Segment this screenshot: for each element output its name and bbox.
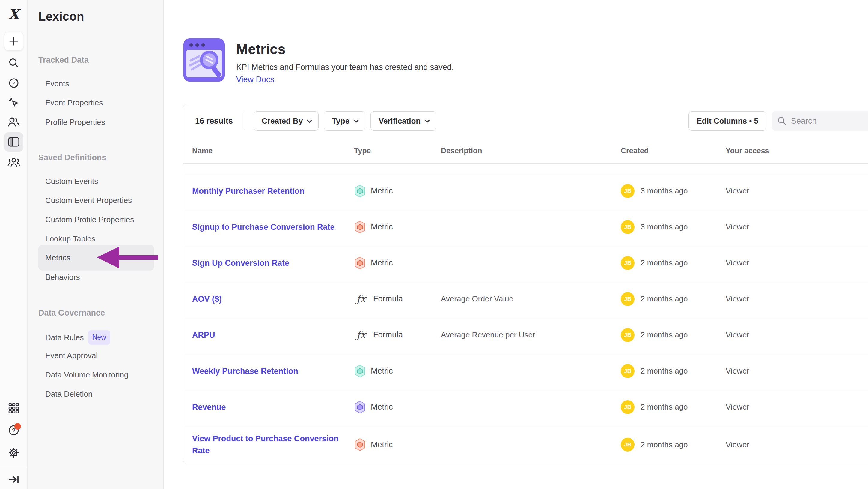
lexicon-book-icon bbox=[7, 137, 20, 147]
table-row[interactable]: ARPU ƒxFormula Average Revenue per User … bbox=[183, 317, 868, 353]
sidebar-title: Lexicon bbox=[38, 10, 84, 23]
view-docs-link[interactable]: View Docs bbox=[236, 75, 656, 84]
type-label: Metric bbox=[371, 402, 393, 411]
col-created: Created bbox=[621, 146, 725, 155]
users-icon bbox=[7, 116, 20, 127]
metric-name-link[interactable]: View Product to Purchase Conversion Rate bbox=[192, 433, 354, 457]
search-input[interactable] bbox=[791, 116, 863, 126]
section-tracked-data: Tracked Data bbox=[38, 54, 89, 66]
sidebar-item-custom-events[interactable]: Custom Events bbox=[45, 175, 98, 187]
table-toolbar: 16 results Created By Type Verification … bbox=[183, 104, 868, 138]
events-nav-button[interactable] bbox=[4, 93, 23, 112]
avatar: JB bbox=[621, 220, 634, 234]
metric-hexagon-icon bbox=[354, 221, 366, 234]
table-row[interactable]: Weekly Purchase Retention Metric JB2 mon… bbox=[183, 353, 868, 389]
type-label: Formula bbox=[373, 330, 403, 340]
table-row[interactable]: View Product to Purchase Conversion Rate… bbox=[183, 425, 868, 464]
help-button[interactable]: ? bbox=[4, 421, 23, 440]
new-badge: New bbox=[88, 330, 110, 345]
page-title: Metrics bbox=[236, 41, 656, 57]
filter-type-label: Type bbox=[332, 116, 349, 126]
avatar: JB bbox=[621, 328, 634, 342]
table-row[interactable]: AOV ($) ƒxFormula Average Order Value JB… bbox=[183, 281, 868, 317]
table-row[interactable]: Monthly Purchaser Retention Metric JB3 m… bbox=[183, 173, 868, 209]
section-data-governance: Data Governance bbox=[38, 307, 105, 319]
sidebar-item-data-deletion[interactable]: Data Deletion bbox=[45, 388, 93, 400]
sidebar-item-event-approval[interactable]: Event Approval bbox=[45, 349, 98, 362]
table-header-row: Name Type Description Created Your acces… bbox=[183, 138, 868, 164]
mixpanel-logo-icon: X bbox=[8, 6, 19, 23]
access-cell: Viewer bbox=[725, 402, 868, 411]
created-cell: 2 months ago bbox=[641, 330, 688, 340]
table-row[interactable]: Revenue Metric JB2 months ago Viewer bbox=[183, 389, 868, 425]
sidebar-item-metrics[interactable]: Metrics bbox=[38, 245, 154, 270]
sidebar-item-lookup-tables[interactable]: Lookup Tables bbox=[45, 233, 95, 245]
grid-icon bbox=[8, 403, 20, 414]
filter-verification-label: Verification bbox=[378, 116, 421, 126]
col-name: Name bbox=[192, 146, 354, 155]
main-content: Metrics KPI Metrics and Formulas your te… bbox=[164, 0, 868, 489]
col-description: Description bbox=[441, 146, 621, 155]
notification-dot bbox=[14, 423, 21, 430]
avatar: JB bbox=[621, 438, 634, 452]
filter-type[interactable]: Type bbox=[324, 111, 365, 131]
filter-created-by[interactable]: Created By bbox=[254, 111, 319, 131]
group-icon bbox=[7, 157, 20, 167]
filter-created-by-label: Created By bbox=[262, 116, 303, 126]
access-cell: Viewer bbox=[725, 440, 868, 450]
mixpanel-logo[interactable]: X bbox=[4, 5, 23, 24]
sidebar-item-data-volume-monitoring[interactable]: Data Volume Monitoring bbox=[45, 369, 128, 381]
metric-name-link[interactable]: Monthly Purchaser Retention bbox=[192, 185, 354, 197]
cohorts-nav-button[interactable] bbox=[4, 153, 23, 172]
metric-name-link[interactable]: Signup to Purchase Conversion Rate bbox=[192, 221, 354, 233]
plus-icon bbox=[8, 36, 19, 47]
filter-verification[interactable]: Verification bbox=[370, 111, 436, 131]
metric-hexagon-icon bbox=[354, 184, 366, 198]
metric-name-link[interactable]: ARPU bbox=[192, 329, 354, 341]
search-nav-button[interactable] bbox=[4, 53, 23, 73]
settings-button[interactable] bbox=[4, 443, 23, 462]
search-box bbox=[772, 111, 868, 131]
col-type: Type bbox=[354, 146, 441, 155]
lexicon-nav-button[interactable] bbox=[4, 132, 23, 151]
type-label: Metric bbox=[371, 258, 393, 267]
metric-hexagon-icon bbox=[354, 257, 366, 270]
page-description: KPI Metrics and Formulas your team has c… bbox=[236, 63, 656, 72]
sidebar-item-data-rules[interactable]: Data RulesNew bbox=[45, 330, 110, 342]
toolbar-divider bbox=[244, 113, 244, 129]
metric-name-link[interactable]: Revenue bbox=[192, 401, 354, 413]
sidebar-item-custom-event-properties[interactable]: Custom Event Properties bbox=[45, 194, 132, 206]
lexicon-sidebar: Lexicon Tracked Data Events Event Proper… bbox=[28, 0, 164, 489]
sidebar-item-events[interactable]: Events bbox=[45, 78, 69, 90]
metric-name-link[interactable]: Weekly Purchase Retention bbox=[192, 365, 354, 377]
metric-hexagon-icon bbox=[354, 438, 366, 451]
collapse-sidebar-button[interactable] bbox=[4, 470, 23, 489]
explore-nav-button[interactable] bbox=[4, 74, 23, 93]
avatar: JB bbox=[621, 400, 634, 414]
scrolled-row-sliver bbox=[183, 164, 868, 173]
sidebar-item-behaviors[interactable]: Behaviors bbox=[45, 271, 80, 283]
access-cell: Viewer bbox=[725, 294, 868, 304]
chevron-down-icon bbox=[307, 118, 312, 123]
cursor-click-icon bbox=[8, 96, 20, 109]
apps-grid-button[interactable] bbox=[4, 399, 23, 418]
created-cell: 2 months ago bbox=[641, 402, 688, 411]
metrics-illustration-icon bbox=[183, 38, 225, 82]
metric-hexagon-icon bbox=[354, 401, 366, 414]
edit-columns-button[interactable]: Edit Columns • 5 bbox=[688, 111, 766, 131]
table-row[interactable]: Sign Up Conversion Rate Metric JB2 month… bbox=[183, 245, 868, 281]
metric-name-link[interactable]: AOV ($) bbox=[192, 293, 354, 305]
create-new-button[interactable] bbox=[4, 31, 23, 51]
type-label: Metric bbox=[371, 186, 393, 196]
created-cell: 3 months ago bbox=[641, 222, 688, 232]
rail-divider bbox=[0, 467, 28, 467]
arrow-to-bar-icon bbox=[8, 474, 20, 485]
table-row[interactable]: Signup to Purchase Conversion Rate Metri… bbox=[183, 209, 868, 245]
section-saved-definitions: Saved Definitions bbox=[38, 151, 106, 164]
sidebar-item-profile-properties[interactable]: Profile Properties bbox=[45, 116, 105, 128]
sidebar-item-event-properties[interactable]: Event Properties bbox=[45, 96, 103, 109]
metric-name-link[interactable]: Sign Up Conversion Rate bbox=[192, 257, 354, 269]
sidebar-item-custom-profile-properties[interactable]: Custom Profile Properties bbox=[45, 213, 134, 226]
description-cell: Average Order Value bbox=[441, 294, 621, 304]
users-nav-button[interactable] bbox=[4, 112, 23, 132]
